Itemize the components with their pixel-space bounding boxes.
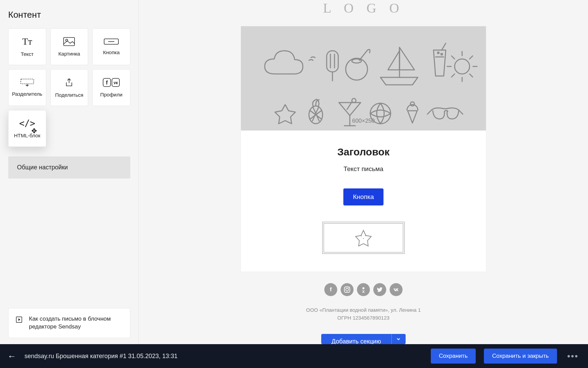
html-icon: </> <box>19 119 35 128</box>
save-button[interactable]: Сохранить <box>431 349 476 364</box>
svg-line-40 <box>427 110 431 114</box>
email-body-text[interactable]: Текст письма <box>248 165 479 173</box>
legal-line-2: ОГРН 1234567890123 <box>306 314 421 322</box>
svg-line-32 <box>470 74 473 77</box>
legal-footer[interactable]: ООО «Плантации водной памяти», ул. Ленин… <box>306 306 421 322</box>
block-html[interactable]: </> ✥ HTML-блок <box>8 110 46 147</box>
email-body[interactable]: 600×250 Заголовок Текст письма Кнопка <box>241 26 486 272</box>
block-share[interactable]: Поделиться <box>50 69 88 106</box>
svg-rect-22 <box>441 53 442 55</box>
svg-point-43 <box>365 235 366 236</box>
svg-point-46 <box>346 288 348 291</box>
divider-icon <box>20 79 34 86</box>
logo-placeholder[interactable]: L O G O <box>323 0 404 16</box>
hero-image-placeholder[interactable]: 600×250 <box>241 26 486 131</box>
svg-text:vк: vк <box>114 80 118 85</box>
svg-text:f: f <box>106 80 108 86</box>
svg-point-44 <box>363 238 364 239</box>
legal-line-1: ООО «Плантации водной памяти», ул. Ленин… <box>306 306 421 314</box>
svg-line-23 <box>442 43 446 50</box>
block-button[interactable]: Кнопка <box>92 28 130 65</box>
text-icon: Tт <box>22 37 32 46</box>
block-label: Текст <box>21 51 34 57</box>
block-profiles[interactable]: f vк Профили <box>92 69 130 106</box>
image-placeholder-small[interactable] <box>324 223 403 252</box>
save-close-button[interactable]: Сохранить и закрыть <box>484 349 557 364</box>
block-label: Картинка <box>59 51 80 57</box>
svg-line-29 <box>452 56 455 59</box>
block-label: Кнопка <box>103 49 120 55</box>
block-divider[interactable]: Разделитель <box>8 69 46 106</box>
svg-rect-4 <box>21 79 34 84</box>
block-label: Разделитель <box>12 91 42 97</box>
svg-point-48 <box>362 287 364 289</box>
play-file-icon <box>15 316 23 323</box>
svg-point-24 <box>455 59 470 74</box>
add-section-dropdown[interactable] <box>391 334 406 344</box>
sidebar-title: Контент <box>8 10 130 20</box>
general-settings-button[interactable]: Общие настройки <box>8 156 130 179</box>
twitter-icon[interactable] <box>373 283 386 296</box>
hero-size-label: 600×250 <box>241 118 486 124</box>
hero-doodle-icon <box>241 26 486 131</box>
button-icon <box>104 39 119 45</box>
bottom-bar: ← sendsay.ru Брошенная категория #1 31.0… <box>0 344 588 368</box>
vk-icon[interactable] <box>390 283 403 296</box>
svg-point-42 <box>361 235 362 236</box>
svg-point-16 <box>346 58 368 80</box>
move-cursor-icon: ✥ <box>31 127 37 135</box>
starfish-icon <box>353 228 374 247</box>
add-section-split-button: Добавить секцию <box>321 334 405 344</box>
svg-marker-11 <box>18 318 20 321</box>
svg-line-31 <box>452 74 455 77</box>
chevron-down-icon <box>396 337 401 341</box>
odnoklassniki-icon[interactable] <box>357 283 370 296</box>
svg-rect-12 <box>327 51 338 72</box>
block-label: Поделиться <box>55 92 83 98</box>
svg-point-39 <box>410 102 414 106</box>
sidebar: Контент Tт Текст Картинка Кнопка <box>0 0 139 344</box>
svg-rect-0 <box>64 37 75 46</box>
cta-button[interactable]: Кнопка <box>343 188 383 205</box>
block-text[interactable]: Tт Текст <box>8 28 46 65</box>
instagram-icon[interactable] <box>341 283 354 296</box>
block-label: Профили <box>100 92 122 97</box>
profiles-icon: f vк <box>103 78 120 87</box>
block-image[interactable]: Картинка <box>50 28 88 65</box>
svg-line-41 <box>459 110 463 114</box>
svg-line-30 <box>470 56 473 59</box>
more-menu-button[interactable]: ••• <box>565 351 581 362</box>
social-profiles-row[interactable]: f <box>324 283 403 296</box>
share-icon <box>65 78 74 87</box>
back-button[interactable]: ← <box>7 351 16 362</box>
svg-line-18 <box>359 50 368 60</box>
help-card[interactable]: Как создать письмо в блочном редакторе S… <box>8 308 130 338</box>
help-text: Как создать письмо в блочном редакторе S… <box>29 316 111 330</box>
add-section-button[interactable]: Добавить секцию <box>321 334 391 344</box>
svg-point-47 <box>348 288 349 288</box>
svg-rect-21 <box>438 52 439 53</box>
image-icon <box>63 37 75 46</box>
facebook-icon[interactable]: f <box>324 283 337 296</box>
block-palette: Tт Текст Картинка Кнопка <box>8 28 130 147</box>
svg-point-36 <box>352 98 356 103</box>
email-heading[interactable]: Заголовок <box>248 146 479 158</box>
document-title: sendsay.ru Брошенная категория #1 31.05.… <box>24 353 178 360</box>
canvas: L O G O <box>139 0 588 344</box>
content-section[interactable]: Заголовок Текст письма Кнопка <box>241 131 486 272</box>
